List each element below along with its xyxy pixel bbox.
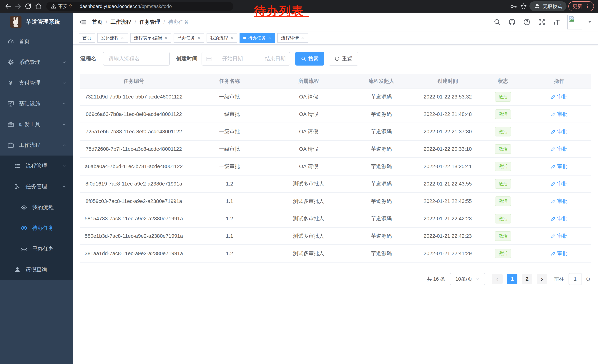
address-bar[interactable]: 不安全 dashboard.yudao.iocoder.cn/bpm/task/… — [46, 2, 233, 11]
tag-done-tasks[interactable]: 已办任务 — [174, 33, 204, 43]
sidebar-item-label: 系统管理 — [19, 58, 40, 66]
cell-task-id: 069c6a63-7b8a-11ec-8ef0-acde48001122 — [80, 111, 187, 117]
sidebar-item-todo-tasks[interactable]: 待办任务 — [0, 218, 73, 238]
github-icon[interactable] — [508, 18, 516, 26]
tag-close-icon[interactable] — [121, 36, 124, 40]
approve-link[interactable]: 审批 — [551, 250, 568, 257]
col-status: 状态 — [478, 78, 528, 85]
help-icon[interactable] — [523, 18, 531, 26]
cell-action: 审批 — [528, 215, 590, 222]
avatar[interactable] — [567, 15, 582, 29]
sidebar-item-system[interactable]: 系统管理 — [0, 52, 73, 73]
sidebar-logo[interactable]: 芋道管理系统 — [0, 13, 73, 31]
tag-close-icon[interactable] — [164, 36, 168, 40]
process-name-input[interactable]: 请输入流程名 — [103, 52, 170, 65]
cell-status: 激活 — [478, 109, 528, 119]
page-size-select[interactable]: 10条/页 — [450, 273, 485, 285]
tag-start-process[interactable]: 发起流程 — [97, 33, 128, 43]
tag-todo-tasks[interactable]: 待办任务 — [240, 33, 275, 43]
status-badge: 激活 — [495, 127, 511, 136]
breadcrumb: 首页 / 工作流程 / 任务管理 / 待办任务 — [92, 18, 189, 25]
sidebar-item-workflow[interactable]: 工作流程 — [0, 135, 73, 155]
sidebar-item-task-mgmt[interactable]: 任务管理 — [0, 176, 73, 197]
page-button-2[interactable]: 2 — [522, 274, 532, 284]
breadcrumb-workflow[interactable]: 工作流程 — [111, 18, 131, 25]
gear-icon — [8, 59, 14, 65]
chevron-down-icon — [62, 101, 66, 106]
toolbox-icon — [8, 121, 14, 128]
tag-home[interactable]: 首页 — [79, 33, 95, 43]
browser-update-button[interactable]: 更新 — [568, 1, 594, 11]
password-key-icon[interactable] — [509, 2, 518, 10]
search-icon[interactable] — [493, 18, 501, 26]
approve-link[interactable]: 审批 — [551, 233, 568, 240]
incognito-badge[interactable]: 无痕模式 — [530, 1, 566, 11]
cell-task-id: a6aba0a4-7b6d-11ec-b781-acde48001122 — [80, 163, 187, 170]
breadcrumb-task-mgmt[interactable]: 任务管理 — [140, 18, 160, 25]
browser-back-icon[interactable] — [4, 2, 12, 10]
approve-link[interactable]: 审批 — [551, 215, 568, 222]
cell-status: 激活 — [478, 127, 528, 136]
goto-page-input[interactable]: 1 — [569, 273, 582, 285]
cell-create-time: 2022-01-21 22:42:23 — [417, 216, 478, 222]
search-button[interactable]: 搜索 — [295, 52, 324, 65]
status-badge: 激活 — [495, 196, 511, 206]
page-button-1[interactable]: 1 — [507, 274, 517, 284]
chevron-up-icon — [62, 143, 66, 147]
approve-link[interactable]: 审批 — [551, 180, 568, 187]
tag-label: 我的流程 — [210, 35, 228, 41]
cell-task-name: 一级审批 — [187, 111, 272, 118]
tag-close-icon[interactable] — [301, 36, 304, 40]
breadcrumb-separator: / — [135, 19, 136, 25]
fullscreen-icon[interactable] — [538, 18, 546, 26]
prev-page-button[interactable]: ‹ — [492, 274, 503, 284]
tag-close-icon[interactable] — [230, 36, 234, 40]
next-page-button[interactable]: › — [537, 274, 547, 284]
reset-button[interactable]: 重置 — [329, 52, 358, 65]
cell-task-id: 73211d9d-7b9b-11ec-b5b7-acde48001122 — [80, 94, 187, 100]
sidebar-item-process-mgmt[interactable]: 流程管理 — [0, 155, 73, 176]
approve-link[interactable]: 审批 — [551, 198, 568, 205]
tag-close-icon[interactable] — [268, 36, 271, 40]
tag-close-icon[interactable] — [197, 36, 201, 40]
sidebar-item-done-tasks[interactable]: 已办任务 — [0, 238, 73, 259]
col-create-time: 创建时间 — [417, 78, 478, 85]
cell-status: 激活 — [478, 92, 528, 101]
tag-process-detail[interactable]: 流程详情 — [277, 33, 308, 43]
tag-my-process[interactable]: 我的流程 — [207, 33, 237, 43]
cell-task-id: 381aa1dd-7ac8-11ec-a9e2-a2380e71991a — [80, 251, 187, 256]
cell-process: OA 请假 — [272, 128, 346, 135]
sidebar-item-infrastructure[interactable]: 基础设施 — [0, 93, 73, 114]
sidebar-item-my-process[interactable]: 我的流程 — [0, 197, 73, 218]
sidebar-item-devtools[interactable]: 研发工具 — [0, 114, 73, 135]
approve-link[interactable]: 审批 — [551, 163, 568, 170]
approve-link[interactable]: 审批 — [551, 93, 568, 100]
approve-link[interactable]: 审批 — [551, 128, 568, 135]
browser-reload-icon[interactable] — [24, 2, 32, 10]
approve-link[interactable]: 审批 — [551, 111, 568, 118]
sidebar-item-home[interactable]: 首页 — [0, 31, 73, 52]
approve-link-label: 审批 — [557, 180, 568, 187]
cell-process: 测试多审批人 — [272, 233, 346, 240]
approve-link[interactable]: 审批 — [551, 146, 568, 153]
avatar-caret-icon[interactable] — [588, 20, 592, 24]
sidebar-fold-icon[interactable] — [79, 18, 87, 26]
sidebar-item-leave-query[interactable]: 请假查询 — [0, 259, 73, 280]
browser-forward-icon[interactable] — [14, 2, 22, 10]
security-status[interactable]: 不安全 — [51, 3, 73, 10]
cell-status: 激活 — [478, 179, 528, 188]
bookmark-star-icon[interactable] — [519, 2, 528, 10]
user-icon — [14, 267, 21, 273]
tag-form-edit[interactable]: 流程表单-编辑 — [130, 33, 171, 43]
briefcase-icon — [8, 142, 14, 148]
sidebar-item-payment[interactable]: ¥ 支付管理 — [0, 73, 73, 93]
approve-link-label: 审批 — [557, 146, 568, 153]
breadcrumb-home[interactable]: 首页 — [92, 18, 102, 25]
edit-pen-icon — [551, 94, 556, 99]
table-row: 069c6a63-7b8a-11ec-8ef0-acde48001122 一级审… — [80, 106, 590, 123]
table-row: 58154733-7ac8-11ec-a9e2-a2380e71991a 1.2… — [80, 210, 590, 228]
date-range-input[interactable]: 开始日期 - 结束日期 — [201, 52, 290, 65]
font-size-icon[interactable] — [552, 18, 561, 26]
cell-process: OA 请假 — [272, 111, 346, 118]
browser-home-icon[interactable] — [34, 2, 42, 10]
